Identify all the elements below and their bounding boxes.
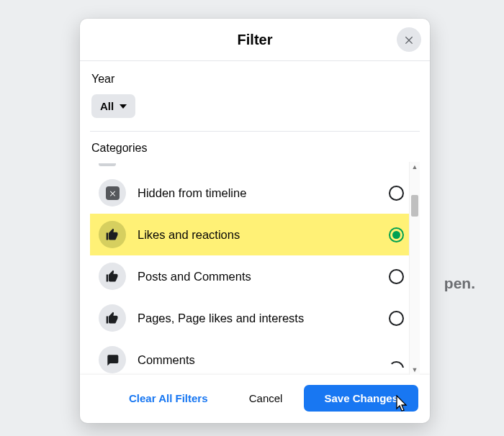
category-radio[interactable]	[389, 311, 404, 326]
year-section-label: Year	[91, 73, 420, 86]
categories-scroll-area[interactable]: Hidden from timeline Likes and reactions…	[90, 163, 420, 375]
scroll-up-icon[interactable]: ▲	[410, 162, 420, 172]
category-row[interactable]: Pages, Page likes and interests	[90, 297, 420, 339]
modal-body: Year All Categories Hidden from timeline	[80, 61, 430, 375]
clear-filters-button[interactable]: Clear All Filters	[122, 385, 215, 412]
categories-section-label: Categories	[91, 142, 420, 155]
category-row[interactable]: Comments	[90, 339, 420, 375]
year-value: All	[100, 100, 114, 112]
category-radio[interactable]	[389, 227, 404, 242]
category-radio[interactable]	[389, 269, 404, 284]
category-label: Pages, Page likes and interests	[138, 312, 389, 325]
close-icon	[403, 34, 415, 45]
scrollbar[interactable]: ▲ ▼	[409, 162, 420, 375]
modal-footer: Clear All Filters Cancel Save Changes	[80, 375, 430, 423]
filter-modal: Filter Year All Categories Hidden from t…	[80, 19, 430, 423]
categories-container: Hidden from timeline Likes and reactions…	[90, 163, 420, 375]
category-row[interactable]: Likes and reactions	[90, 214, 420, 255]
thumb-icon	[99, 304, 126, 332]
category-row[interactable]: Posts and Comments	[90, 255, 420, 297]
thumb-icon	[99, 263, 126, 290]
category-radio[interactable]	[389, 186, 404, 201]
category-label: Likes and reactions	[138, 228, 389, 242]
save-button[interactable]: Save Changes	[304, 385, 418, 412]
hidden-icon	[99, 179, 126, 206]
modal-header: Filter	[80, 19, 430, 61]
category-radio[interactable]	[389, 361, 404, 376]
background-partial-text: pen.	[444, 275, 475, 292]
scroll-down-icon[interactable]: ▼	[410, 365, 420, 375]
cancel-button[interactable]: Cancel	[239, 385, 293, 412]
chevron-down-icon	[120, 104, 127, 109]
year-dropdown[interactable]: All	[91, 94, 135, 118]
category-label: Posts and Comments	[138, 270, 389, 283]
category-label: Comments	[138, 353, 389, 367]
comment-icon	[99, 346, 126, 373]
divider	[90, 131, 420, 132]
thumb-icon	[99, 221, 126, 248]
scroll-thumb[interactable]	[411, 195, 418, 217]
category-row[interactable]: Hidden from timeline	[90, 172, 420, 214]
close-button[interactable]	[397, 27, 421, 52]
modal-title: Filter	[238, 32, 273, 48]
category-label: Hidden from timeline	[138, 186, 389, 200]
partial-item-top	[99, 163, 116, 166]
